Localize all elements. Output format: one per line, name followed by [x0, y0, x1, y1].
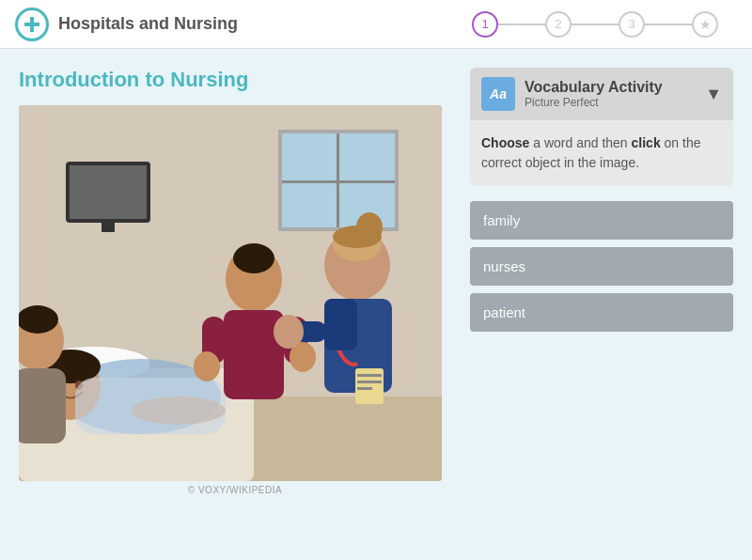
- svg-rect-41: [324, 299, 357, 350]
- svg-rect-9: [102, 223, 115, 232]
- progress-bar: 1 2 3 ★: [472, 11, 718, 38]
- vocab-instructions: Choose a word and then click on the corr…: [470, 120, 733, 186]
- vocab-subtitle: Picture Perfect: [525, 96, 696, 109]
- app-header: Hospitals and Nursing 1 2 3 ★: [0, 0, 752, 49]
- step-2[interactable]: 2: [545, 11, 572, 38]
- vocab-title-group: Vocabulary Activity Picture Perfect: [525, 79, 696, 109]
- app-title: Hospitals and Nursing: [58, 14, 238, 34]
- scene-image[interactable]: [19, 105, 442, 481]
- step-3[interactable]: 3: [619, 11, 645, 38]
- instruction-bold-click: click: [632, 135, 661, 150]
- step-final[interactable]: ★: [692, 11, 718, 38]
- svg-point-26: [233, 243, 274, 273]
- svg-point-23: [19, 305, 58, 334]
- instruction-text-1: a word and then: [529, 135, 631, 150]
- image-credit: © VOXY/WIKIPEDIA: [19, 485, 451, 495]
- left-panel: Introduction to Nursing: [19, 68, 451, 551]
- svg-point-43: [274, 315, 304, 349]
- vocab-dropdown-button[interactable]: ▼: [705, 85, 722, 104]
- step-connector-2: [572, 23, 619, 25]
- vocab-header: Aa Vocabulary Activity Picture Perfect ▼: [470, 68, 733, 120]
- instruction-bold-choose: Choose: [481, 135, 529, 150]
- word-list: family nurses patient: [470, 201, 733, 332]
- svg-rect-21: [75, 378, 226, 434]
- page-title: Introduction to Nursing: [19, 68, 451, 92]
- svg-rect-5: [282, 180, 395, 183]
- step-1[interactable]: 1: [472, 11, 498, 38]
- vocab-icon: Aa: [481, 77, 515, 111]
- svg-rect-1: [24, 23, 39, 26]
- word-button-family[interactable]: family: [470, 201, 733, 240]
- vocab-title: Vocabulary Activity: [525, 79, 696, 96]
- step-connector-3: [645, 23, 692, 25]
- step-connector-1: [498, 23, 545, 25]
- svg-point-35: [356, 212, 383, 242]
- svg-rect-38: [357, 374, 382, 377]
- main-content: Introduction to Nursing: [0, 49, 752, 560]
- svg-rect-39: [357, 381, 382, 383]
- hospital-scene-svg: [19, 105, 442, 481]
- word-button-patient[interactable]: patient: [470, 293, 733, 332]
- svg-rect-40: [357, 387, 372, 390]
- svg-rect-24: [19, 368, 66, 443]
- svg-rect-37: [355, 368, 384, 404]
- svg-point-30: [194, 351, 220, 381]
- svg-rect-27: [224, 310, 284, 399]
- word-button-nurses[interactable]: nurses: [470, 247, 733, 286]
- cross-icon: [23, 15, 41, 34]
- right-panel: Aa Vocabulary Activity Picture Perfect ▼…: [470, 68, 733, 551]
- app-logo: [15, 8, 49, 41]
- svg-rect-8: [70, 165, 147, 219]
